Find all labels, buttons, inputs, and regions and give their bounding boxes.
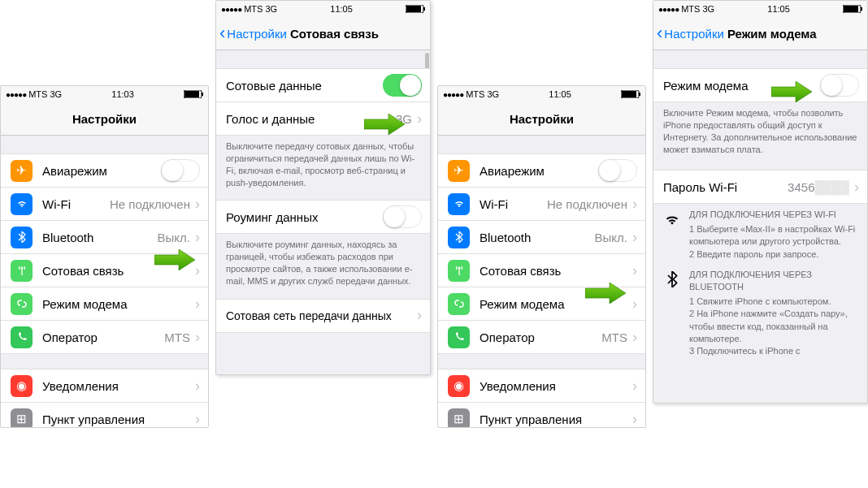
chevron-right-icon: › — [417, 307, 422, 324]
chevron-right-icon: › — [632, 378, 637, 395]
bluetooth-row[interactable]: Bluetooth Выкл. › — [438, 221, 645, 254]
back-button[interactable]: ‹Настройки — [216, 23, 287, 44]
cellular-data-toggle[interactable] — [383, 74, 422, 97]
chevron-right-icon: › — [195, 296, 200, 313]
chevron-right-icon: › — [195, 196, 200, 213]
operator-row[interactable]: Оператор MTS › — [438, 321, 645, 354]
status-bar: ●●●●● MTS 3G 11:05 — [438, 86, 645, 102]
link-icon — [448, 293, 470, 315]
arrow-annotation — [771, 81, 812, 102]
footer-text-2: Выключите роуминг данных, находясь за гр… — [216, 234, 430, 292]
notifications-row[interactable]: ◉ Уведомления › — [1, 369, 208, 403]
wifi-icon — [663, 210, 681, 228]
chevron-right-icon: › — [632, 296, 637, 313]
svg-rect-8 — [639, 93, 640, 96]
status-bar: ●●●●● MTS 3G 11:05 — [653, 1, 867, 17]
svg-rect-13 — [844, 6, 858, 12]
control-center-row[interactable]: ⊞ Пункт управления › — [1, 403, 208, 427]
airplane-icon: ✈ — [448, 160, 470, 182]
roaming-row[interactable]: Роуминг данных — [216, 200, 430, 234]
hotspot-toggle-row[interactable]: Режим модема — [653, 68, 867, 102]
nav-bar: ‹Настройки Режим модема — [653, 17, 867, 50]
arrow-annotation — [154, 249, 195, 270]
svg-rect-12 — [861, 7, 862, 11]
wifi-password-row[interactable]: Пароль Wi-Fi 3456████ › — [653, 170, 867, 204]
wifi-row[interactable]: Wi-Fi Не подключен › — [438, 188, 645, 221]
page-title: Сотовая связь — [290, 27, 379, 41]
page-title: Настройки — [1, 112, 208, 126]
phone-cellular: ●●●●● MTS 3G 11:05 ‹Настройки Сотовая св… — [215, 0, 431, 375]
chevron-right-icon: › — [854, 179, 859, 196]
svg-rect-6 — [406, 6, 421, 12]
notifications-row[interactable]: ◉ Уведомления › — [438, 369, 645, 403]
wifi-icon — [11, 193, 33, 215]
hotspot-description: Включите Режим модема, чтобы позволить i… — [653, 102, 867, 160]
nav-bar: Настройки — [1, 102, 208, 136]
chevron-right-icon: › — [632, 196, 637, 213]
airplane-row[interactable]: ✈ Авиарежим — [1, 153, 208, 188]
status-bar: ●●●●● MTS 3G 11:03 — [1, 86, 208, 102]
roaming-toggle[interactable] — [383, 205, 422, 228]
operator-row[interactable]: Оператор MTS › — [1, 321, 208, 354]
phone-hotspot: ●●●●● MTS 3G 11:05 ‹Настройки Режим моде… — [653, 0, 868, 404]
wifi-row[interactable]: Wi-Fi Не подключен › — [1, 188, 208, 221]
page-title: Настройки — [438, 112, 645, 126]
svg-rect-2 — [184, 91, 199, 97]
status-bar: ●●●●● MTS 3G 11:05 — [216, 1, 430, 17]
back-button[interactable]: ‹Настройки — [653, 23, 724, 44]
airplane-row[interactable]: ✈ Авиарежим — [438, 153, 645, 188]
chevron-left-icon: ‹ — [219, 23, 225, 44]
chevron-right-icon: › — [195, 262, 200, 279]
chevron-left-icon: ‹ — [657, 23, 662, 44]
svg-rect-1 — [202, 93, 203, 96]
bluetooth-icon — [448, 227, 470, 248]
phone-settings-2: ●●●●● MTS 3G 11:05 Настройки ✈ Авиарежим… — [437, 85, 646, 428]
chevron-right-icon: › — [195, 411, 200, 428]
control-center-icon: ⊞ — [11, 408, 33, 428]
bluetooth-instructions: ДЛЯ ПОДКЛЮЧЕНИЯ ЧЕРЕЗ BLUETOOTH 1 Свяжит… — [653, 264, 867, 361]
notifications-icon: ◉ — [448, 375, 470, 397]
wifi-instructions: ДЛЯ ПОДКЛЮЧЕНИЯ ЧЕРЕЗ WI-FI 1 Выберите «… — [653, 204, 867, 264]
nav-bar: ‹Настройки Сотовая связь — [216, 17, 430, 50]
antenna-icon — [448, 260, 470, 282]
arrow-annotation — [585, 283, 626, 304]
chevron-right-icon: › — [632, 229, 637, 246]
chevron-right-icon: › — [417, 110, 422, 127]
arrow-annotation — [364, 114, 405, 135]
airplane-icon: ✈ — [11, 160, 33, 182]
chevron-right-icon: › — [632, 262, 637, 279]
chevron-right-icon: › — [195, 378, 200, 395]
phone-icon — [11, 326, 33, 348]
apn-row[interactable]: Сотовая сеть передачи данных › — [216, 299, 430, 333]
chevron-right-icon: › — [632, 411, 637, 428]
svg-rect-9 — [622, 91, 636, 97]
antenna-icon — [11, 260, 33, 282]
bluetooth-icon — [11, 227, 33, 248]
bluetooth-icon — [663, 270, 681, 288]
airplane-toggle[interactable] — [598, 159, 637, 182]
control-center-icon: ⊞ — [448, 408, 470, 428]
cellular-data-row[interactable]: Сотовые данные — [216, 68, 430, 102]
footer-text-1: Выключите передачу сотовых данных, чтобы… — [216, 136, 430, 193]
hotspot-row[interactable]: Режим модема › — [1, 287, 208, 321]
link-icon — [11, 293, 33, 315]
control-center-row[interactable]: ⊞ Пункт управления › — [438, 403, 645, 427]
chevron-right-icon: › — [195, 229, 200, 246]
nav-bar: Настройки — [438, 102, 645, 136]
hotspot-toggle[interactable] — [820, 74, 859, 97]
notifications-icon: ◉ — [11, 375, 33, 397]
page-title: Режим модема — [727, 27, 817, 41]
chevron-right-icon: › — [632, 329, 637, 346]
wifi-icon — [448, 193, 470, 215]
chevron-right-icon: › — [195, 329, 200, 346]
svg-rect-5 — [423, 7, 425, 11]
airplane-toggle[interactable] — [161, 159, 200, 182]
phone-icon — [448, 326, 470, 348]
